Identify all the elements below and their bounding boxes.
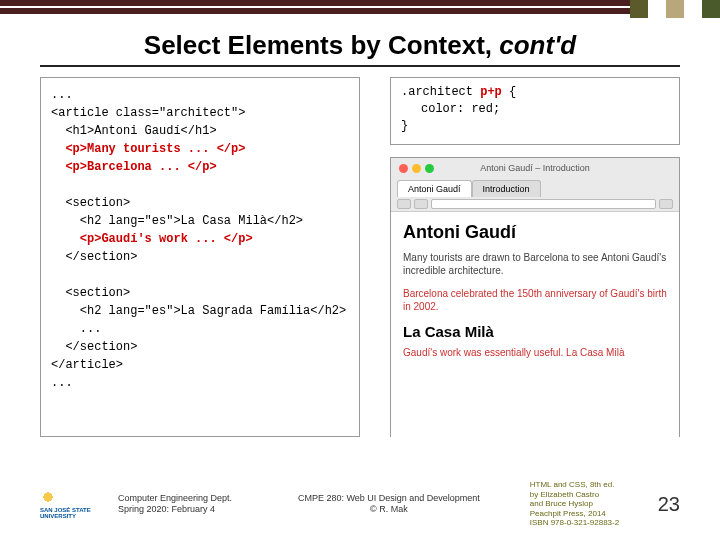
browser-preview: Antoni Gaudí – Introduction Antoni Gaudí… xyxy=(390,157,680,437)
tab-active: Antoni Gaudí xyxy=(397,180,472,197)
page-number: 23 xyxy=(658,493,680,516)
slide-top-border xyxy=(0,0,720,18)
page-p2: Barcelona celebrated the 150th anniversa… xyxy=(403,287,667,313)
slide-title: Select Elements by Context, cont'd xyxy=(0,30,720,61)
browser-tabs: Antoni Gaudí Introduction xyxy=(397,180,541,197)
back-icon xyxy=(397,199,411,209)
title-main: Select Elements by Context, xyxy=(144,30,499,60)
css-property: color: red; xyxy=(421,101,500,118)
html-code-box: ... <article class="architect"> <h1>Anto… xyxy=(40,77,360,437)
css-code-box: .architect p+p { color: red; } xyxy=(390,77,680,145)
rendered-page: Antoni Gaudí Many tourists are drawn to … xyxy=(391,212,679,438)
window-title: Antoni Gaudí – Introduction xyxy=(391,163,679,173)
footer-center: CMPE 280: Web UI Design and Development©… xyxy=(248,493,530,515)
browser-toolbar xyxy=(397,198,673,210)
tab-inactive: Introduction xyxy=(472,180,541,197)
url-bar xyxy=(431,199,656,209)
slide-footer: SAN JOSÉ STATE UNIVERSITY Computer Engin… xyxy=(0,480,720,528)
sun-icon xyxy=(40,489,56,505)
sjsu-logo: SAN JOSÉ STATE UNIVERSITY xyxy=(40,487,110,521)
browser-chrome: Antoni Gaudí – Introduction Antoni Gaudí… xyxy=(391,158,679,212)
page-p3: Gaudí's work was essentially useful. La … xyxy=(403,346,667,359)
css-selector-b: p+p xyxy=(480,85,502,99)
page-h2: La Casa Milà xyxy=(403,323,667,340)
css-selector-a: .architect xyxy=(401,85,480,99)
footer-right: HTML and CSS, 8th ed.by Elizabeth Castro… xyxy=(530,480,650,528)
page-p1: Many tourists are drawn to Barcelona to … xyxy=(403,251,667,277)
title-italic: cont'd xyxy=(499,30,576,60)
page-h1: Antoni Gaudí xyxy=(403,222,667,243)
footer-left: Computer Engineering Dept.Spring 2020: F… xyxy=(118,493,248,515)
title-rule xyxy=(40,65,680,67)
reader-icon xyxy=(659,199,673,209)
forward-icon xyxy=(414,199,428,209)
content-area: ... <article class="architect"> <h1>Anto… xyxy=(40,77,680,457)
